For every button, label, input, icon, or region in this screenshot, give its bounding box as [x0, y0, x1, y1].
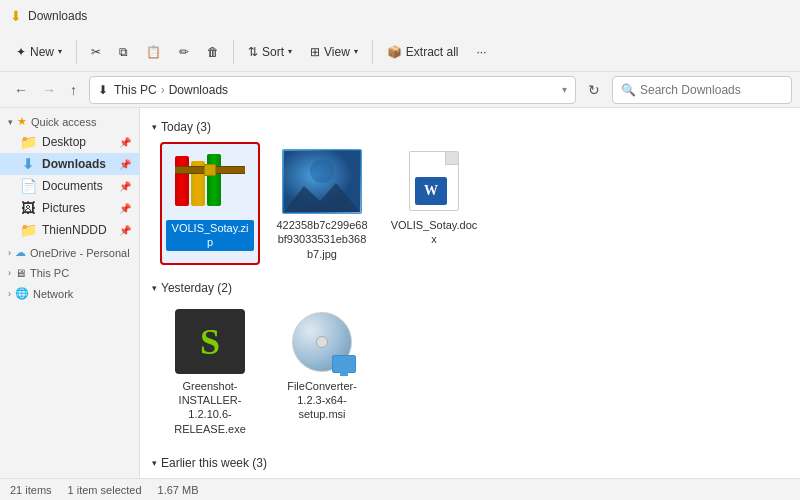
word-icon: W — [399, 149, 469, 214]
sidebar-item-downloads[interactable]: ⬇ Downloads 📌 — [0, 153, 139, 175]
pin-icon5: 📌 — [119, 225, 131, 236]
download-path-icon: ⬇ — [98, 83, 108, 97]
thispc-label: This PC — [30, 267, 69, 279]
star-icon: ★ — [17, 115, 27, 128]
separator3 — [372, 40, 373, 64]
separator1 — [76, 40, 77, 64]
thienn-icon: 📁 — [20, 222, 36, 238]
rename-button[interactable]: ✏ — [171, 41, 197, 63]
jpg-filename: 422358b7c299e68bf93033531eb368b7.jpg — [276, 218, 368, 261]
new-button[interactable]: ✦ New ▾ — [8, 41, 70, 63]
paste-button[interactable]: 📋 — [138, 41, 169, 63]
chevron-right-icon: › — [8, 248, 11, 258]
delete-button[interactable]: 🗑 — [199, 41, 227, 63]
onedrive-header[interactable]: › ☁ OneDrive - Personal — [0, 243, 139, 262]
up-button[interactable]: ↑ — [64, 78, 83, 102]
pictures-label: Pictures — [42, 201, 85, 215]
nav-buttons: ← → ↑ — [8, 78, 83, 102]
thienn-label: ThienNDDD — [42, 223, 107, 237]
onedrive-label: OneDrive - Personal — [30, 247, 130, 259]
winrar-icon — [175, 151, 245, 216]
quick-access-label: Quick access — [31, 116, 96, 128]
address-bar: ← → ↑ ⬇ This PC › Downloads ▾ ↻ 🔍 — [0, 72, 800, 108]
file-item-msi[interactable]: FileConverter-1.2.3-x64-setup.msi — [272, 303, 372, 440]
network-section: › 🌐 Network — [0, 284, 139, 303]
downloads-label: Downloads — [42, 157, 106, 171]
file-size: 1.67 MB — [158, 484, 199, 496]
file-item-docx[interactable]: W VOLIS_Sotay.docx — [384, 142, 484, 265]
pictures-icon: 🖼 — [20, 200, 36, 216]
file-item-zip[interactable]: VOLIS_Sotay.zip — [160, 142, 260, 265]
onedrive-icon: ☁ — [15, 246, 26, 259]
pin-icon: 📌 — [119, 137, 131, 148]
dvd-icon — [287, 309, 357, 374]
refresh-button[interactable]: ↻ — [582, 78, 606, 102]
zip-filename: VOLIS_Sotay.zip — [166, 220, 254, 251]
earlier-section-header: ▾ Earlier this week (3) — [152, 456, 788, 470]
more-button[interactable]: ··· — [469, 41, 495, 63]
file-item-greenshot[interactable]: S Greenshot-INSTALLER-1.2.10.6-RELEASE.e… — [160, 303, 260, 440]
content-area: ▾ Today (3) VOLIS_Sot — [140, 108, 800, 478]
copy-button[interactable]: ⧉ — [111, 41, 136, 63]
jpg-icon-container — [282, 146, 362, 216]
svg-point-1 — [310, 159, 334, 183]
docx-icon-container: W — [394, 146, 474, 216]
photo-svg — [284, 151, 360, 212]
sort-button[interactable]: ⇅ Sort ▾ — [240, 41, 300, 63]
greenshot-filename: Greenshot-INSTALLER-1.2.10.6-RELEASE.exe — [164, 379, 256, 436]
network-label: Network — [33, 288, 73, 300]
search-box[interactable]: 🔍 — [612, 76, 792, 104]
yesterday-section-header: ▾ Yesterday (2) — [152, 281, 788, 295]
back-button[interactable]: ← — [8, 78, 34, 102]
title-icon: ⬇ — [10, 8, 22, 24]
address-path[interactable]: ⬇ This PC › Downloads ▾ — [89, 76, 576, 104]
documents-icon: 📄 — [20, 178, 36, 194]
folder-icon: 📁 — [20, 134, 36, 150]
pin-icon2: 📌 — [119, 159, 131, 170]
today-section-header: ▾ Today (3) — [152, 120, 788, 134]
word-badge: W — [415, 177, 447, 205]
cut-button[interactable]: ✂ — [83, 41, 109, 63]
belt-buckle — [204, 164, 216, 176]
paste-icon: 📋 — [146, 45, 161, 59]
item-count: 21 items — [10, 484, 52, 496]
chevron-down-icon: ▾ — [8, 117, 13, 127]
greenshot-s-letter: S — [200, 321, 220, 363]
chevron-earlier-icon: ▾ — [152, 458, 157, 468]
onedrive-section: › ☁ OneDrive - Personal — [0, 243, 139, 262]
search-input[interactable] — [640, 83, 783, 97]
sidebar-item-thienn[interactable]: 📁 ThienNDDD 📌 — [0, 219, 139, 241]
rename-icon: ✏ — [179, 45, 189, 59]
msi-icon-container — [282, 307, 362, 377]
thispc-section: › 🖥 This PC — [0, 264, 139, 282]
dvd-disc — [292, 312, 352, 372]
path-thispc: This PC — [114, 83, 157, 97]
separator2 — [233, 40, 234, 64]
sidebar-item-pictures[interactable]: 🖼 Pictures 📌 — [0, 197, 139, 219]
network-header[interactable]: › 🌐 Network — [0, 284, 139, 303]
path-sep1: › — [161, 83, 165, 97]
main-area: ▾ ★ Quick access 📁 Desktop 📌 ⬇ Downloads… — [0, 108, 800, 478]
quick-access-section: ▾ ★ Quick access 📁 Desktop 📌 ⬇ Downloads… — [0, 112, 139, 241]
chevron-right-icon2: › — [8, 268, 11, 278]
greenshot-icon-container: S — [170, 307, 250, 377]
plus-icon: ✦ — [16, 45, 26, 59]
sidebar-item-documents[interactable]: 📄 Documents 📌 — [0, 175, 139, 197]
dvd-monitor — [332, 355, 356, 373]
path-downloads: Downloads — [169, 83, 228, 97]
chevron-today-icon: ▾ — [152, 122, 157, 132]
copy-icon: ⧉ — [119, 45, 128, 59]
extract-all-button[interactable]: 📦 Extract all — [379, 41, 467, 63]
sidebar-item-desktop[interactable]: 📁 Desktop 📌 — [0, 131, 139, 153]
file-item-jpg[interactable]: 422358b7c299e68bf93033531eb368b7.jpg — [272, 142, 372, 265]
forward-button[interactable]: → — [36, 78, 62, 102]
status-bar: 21 items 1 item selected 1.67 MB — [0, 478, 800, 500]
dropdown-icon: ▾ — [562, 84, 567, 95]
thispc-header[interactable]: › 🖥 This PC — [0, 264, 139, 282]
view-button[interactable]: ⊞ View ▾ — [302, 41, 366, 63]
window-title: Downloads — [28, 9, 87, 23]
photo-inner — [283, 150, 361, 213]
sort-icon: ⇅ — [248, 45, 258, 59]
quick-access-header[interactable]: ▾ ★ Quick access — [0, 112, 139, 131]
chevron-yesterday-icon: ▾ — [152, 283, 157, 293]
